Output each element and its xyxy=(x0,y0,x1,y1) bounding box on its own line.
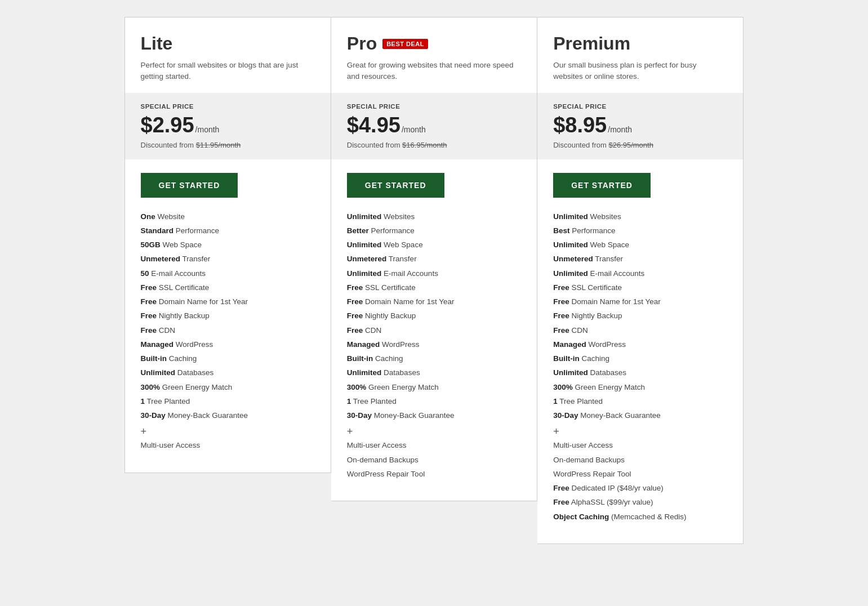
plan-title-lite: Lite xyxy=(141,33,315,54)
list-item: 300% Green Energy Match xyxy=(347,382,521,393)
list-item: Unlimited Web Space xyxy=(347,239,521,251)
price-per-month: /month xyxy=(608,125,632,134)
list-item: 50 E-mail Accounts xyxy=(141,268,315,279)
price-section-lite: SPECIAL PRICE$2.95/monthDiscounted from … xyxy=(125,93,331,159)
list-item: Unmetered Transfer xyxy=(553,253,727,265)
list-item: On-demand Backups xyxy=(347,454,521,466)
list-item: Multi-user Access xyxy=(553,440,727,451)
plus-features-list-lite: Multi-user Access xyxy=(141,440,315,451)
list-item: 50GB Web Space xyxy=(141,239,315,251)
list-item: Multi-user Access xyxy=(141,440,315,451)
list-item: Better Performance xyxy=(347,225,521,237)
plan-title-pro: ProBEST DEAL xyxy=(347,33,521,54)
plus-divider: + xyxy=(553,426,727,438)
list-item: 300% Green Energy Match xyxy=(553,382,727,393)
price-row-pro: $4.95/month xyxy=(347,113,521,137)
list-item: Free Nightly Backup xyxy=(141,310,315,322)
list-item: Standard Performance xyxy=(141,225,315,237)
price-discounted: Discounted from $11.95/month xyxy=(141,141,315,149)
list-item: 1 Tree Planted xyxy=(347,396,521,407)
list-item: Free Nightly Backup xyxy=(347,310,521,322)
get-started-button-lite[interactable]: GET STARTED xyxy=(141,173,238,198)
plan-description-premium: Our small business plan is perfect for b… xyxy=(553,60,727,83)
list-item: Built-in Caching xyxy=(347,353,521,364)
list-item: Free SSL Certificate xyxy=(141,282,315,293)
list-item: 30-Day Money-Back Guarantee xyxy=(141,410,315,421)
list-item: WordPress Repair Tool xyxy=(347,469,521,480)
list-item: Free Domain Name for 1st Year xyxy=(553,296,727,308)
plus-features-list-premium: Multi-user AccessOn-demand BackupsWordPr… xyxy=(553,440,727,523)
list-item: Free CDN xyxy=(141,325,315,336)
list-item: Unlimited Websites xyxy=(553,211,727,222)
features-list-premium: Unlimited WebsitesBest PerformanceUnlimi… xyxy=(553,211,727,422)
list-item: Unlimited E-mail Accounts xyxy=(347,268,521,279)
list-item: Free AlphaSSL ($99/yr value) xyxy=(553,497,727,508)
special-price-label: SPECIAL PRICE xyxy=(141,103,315,110)
price-discounted: Discounted from $26.95/month xyxy=(553,141,727,149)
features-list-pro: Unlimited WebsitesBetter PerformanceUnli… xyxy=(347,211,521,422)
list-item: Object Caching (Memcached & Redis) xyxy=(553,511,727,523)
plus-divider: + xyxy=(141,426,315,438)
list-item: Free Domain Name for 1st Year xyxy=(347,296,521,308)
list-item: WordPress Repair Tool xyxy=(553,469,727,480)
list-item: 1 Tree Planted xyxy=(141,396,315,407)
list-item: Free SSL Certificate xyxy=(347,282,521,293)
list-item: Free Nightly Backup xyxy=(553,310,727,322)
plan-description-lite: Perfect for small websites or blogs that… xyxy=(141,60,315,83)
list-item: Unlimited Databases xyxy=(141,367,315,378)
plan-description-pro: Great for growing websites that need mor… xyxy=(347,60,521,83)
price-dollar: $2.95 xyxy=(141,113,194,137)
price-discounted: Discounted from $16.95/month xyxy=(347,141,521,149)
list-item: Free Dedicated IP ($48/yr value) xyxy=(553,483,727,494)
list-item: Best Performance xyxy=(553,225,727,237)
price-section-pro: SPECIAL PRICE$4.95/monthDiscounted from … xyxy=(331,93,537,159)
list-item: Built-in Caching xyxy=(553,353,727,364)
list-item: Unlimited E-mail Accounts xyxy=(553,268,727,279)
plan-title-premium: Premium xyxy=(553,33,727,54)
plus-features-list-pro: Multi-user AccessOn-demand BackupsWordPr… xyxy=(347,440,521,480)
price-row-premium: $8.95/month xyxy=(553,113,727,137)
list-item: Managed WordPress xyxy=(141,339,315,350)
list-item: 300% Green Energy Match xyxy=(141,382,315,393)
list-item: Multi-user Access xyxy=(347,440,521,451)
list-item: Built-in Caching xyxy=(141,353,315,364)
price-row-lite: $2.95/month xyxy=(141,113,315,137)
get-started-button-pro[interactable]: GET STARTED xyxy=(347,173,444,198)
list-item: Unlimited Websites xyxy=(347,211,521,222)
list-item: On-demand Backups xyxy=(553,454,727,466)
pricing-container: LitePerfect for small websites or blogs … xyxy=(124,17,744,544)
list-item: Unlimited Databases xyxy=(553,367,727,378)
list-item: 1 Tree Planted xyxy=(553,396,727,407)
special-price-label: SPECIAL PRICE xyxy=(347,103,521,110)
price-dollar: $8.95 xyxy=(553,113,607,137)
best-deal-badge: BEST DEAL xyxy=(382,39,428,49)
list-item: Free CDN xyxy=(553,325,727,336)
price-per-month: /month xyxy=(195,125,220,134)
list-item: Managed WordPress xyxy=(347,339,521,350)
price-section-premium: SPECIAL PRICE$8.95/monthDiscounted from … xyxy=(537,93,743,159)
plus-divider: + xyxy=(347,426,521,438)
price-dollar: $4.95 xyxy=(347,113,400,137)
list-item: 30-Day Money-Back Guarantee xyxy=(347,410,521,421)
list-item: Managed WordPress xyxy=(553,339,727,350)
list-item: 30-Day Money-Back Guarantee xyxy=(553,410,727,421)
list-item: Free CDN xyxy=(347,325,521,336)
plan-card-premium: PremiumOur small business plan is perfec… xyxy=(537,17,744,544)
features-list-lite: One WebsiteStandard Performance50GB Web … xyxy=(141,211,315,422)
list-item: Free SSL Certificate xyxy=(553,282,727,293)
plan-card-pro: ProBEST DEALGreat for growing websites t… xyxy=(331,17,537,501)
get-started-button-premium[interactable]: GET STARTED xyxy=(553,173,651,198)
price-per-month: /month xyxy=(402,125,426,134)
list-item: Unmetered Transfer xyxy=(347,253,521,265)
list-item: One Website xyxy=(141,211,315,222)
list-item: Free Domain Name for 1st Year xyxy=(141,296,315,308)
special-price-label: SPECIAL PRICE xyxy=(553,103,727,110)
list-item: Unlimited Databases xyxy=(347,367,521,378)
plan-card-lite: LitePerfect for small websites or blogs … xyxy=(124,17,331,473)
list-item: Unmetered Transfer xyxy=(141,253,315,265)
list-item: Unlimited Web Space xyxy=(553,239,727,251)
